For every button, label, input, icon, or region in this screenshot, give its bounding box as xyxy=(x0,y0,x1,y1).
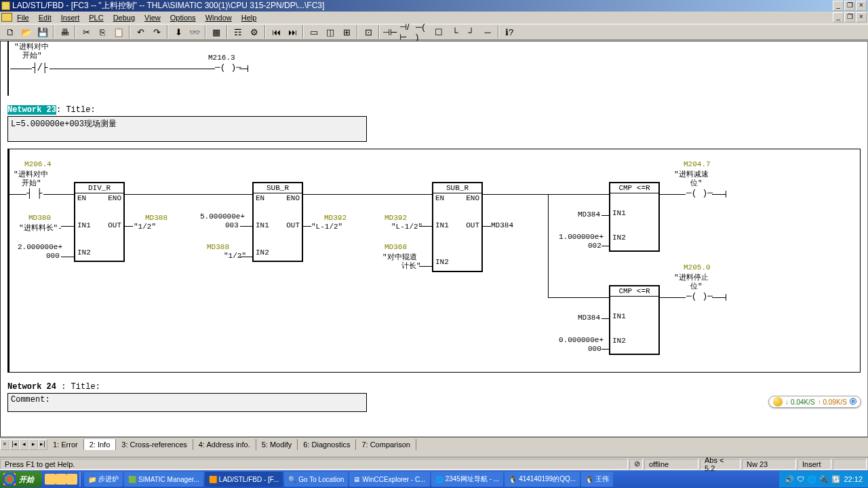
contact-no-icon[interactable]: ⊣⊢ xyxy=(382,25,397,39)
taskbar-item[interactable]: 🔍 Go To Location xyxy=(284,472,348,487)
network-comment[interactable]: L=5.000000e+003现场测量 xyxy=(7,116,367,142)
tool2-icon[interactable]: ☶ xyxy=(231,25,245,39)
menu-options[interactable]: Options xyxy=(165,12,201,23)
lastnet-icon[interactable]: ⏭ xyxy=(285,25,300,39)
menu-window[interactable]: Window xyxy=(201,12,237,23)
no-contact[interactable]: ┤ ├ xyxy=(26,188,41,199)
taskbar-item[interactable]: 📁 步进炉 xyxy=(84,472,123,487)
coil-2[interactable]: ─( )─ xyxy=(686,291,713,301)
cmp-block-1[interactable]: CMP <=R IN1 IN2 xyxy=(609,182,660,252)
mdi-close-button[interactable]: × xyxy=(856,12,867,22)
ql-icon-3[interactable] xyxy=(66,474,77,485)
start-button[interactable]: 开始 xyxy=(0,471,42,487)
open-icon[interactable]: 📂 xyxy=(19,25,34,39)
view3-icon[interactable]: ⊞ xyxy=(339,25,354,39)
taskbar-item[interactable]: 🐧 414140199的QQ... xyxy=(505,472,580,487)
tab-compare[interactable]: 7: Comparison xyxy=(356,439,416,450)
network-header: Network 23: Title: xyxy=(7,105,861,115)
menu-bar: File Edit Insert PLC Debug View Options … xyxy=(0,12,868,24)
system-tray[interactable]: 🔊 🛡 🌐 🔌 🔃 22:12 xyxy=(779,471,868,487)
tray-icon[interactable]: 🌐 xyxy=(807,475,816,484)
tabs-close-btn[interactable]: × xyxy=(0,439,9,450)
download-icon[interactable]: ⬇ xyxy=(171,25,186,39)
network-24-label[interactable]: Network 24 xyxy=(7,382,61,392)
view2-icon[interactable]: ◫ xyxy=(323,25,338,39)
maximize-button[interactable]: ❐ xyxy=(844,1,855,11)
const-label: 0.000000e+ xyxy=(559,336,604,344)
tab-modify[interactable]: 5: Modify xyxy=(256,439,298,450)
nc-contact[interactable]: ┤/├ xyxy=(32,62,47,73)
work-area[interactable]: "进料对中 开始" ┤/├ M216.3 ─( )─ Network 23: T… xyxy=(0,41,868,437)
menu-help[interactable]: Help xyxy=(237,12,262,23)
menu-insert[interactable]: Insert xyxy=(56,12,85,23)
menu-file[interactable]: File xyxy=(12,12,34,23)
tabs-last-btn[interactable]: ▸| xyxy=(38,439,47,450)
paste-icon[interactable]: 📋 xyxy=(111,25,126,39)
cut-icon[interactable]: ✂ xyxy=(79,25,94,39)
redo-icon[interactable]: ↷ xyxy=(149,25,164,39)
firstnet-icon[interactable]: ⏮ xyxy=(269,25,283,39)
coil[interactable]: ─( )─ xyxy=(215,62,241,73)
tabs-first-btn[interactable]: |◂ xyxy=(9,439,19,450)
const-label: 000 xyxy=(46,252,60,260)
minimize-button[interactable]: _ xyxy=(833,1,844,11)
new-icon[interactable]: 🗋 xyxy=(3,25,18,39)
copy-icon[interactable]: ⎘ xyxy=(95,25,110,39)
tab-addr[interactable]: 4: Address info. xyxy=(193,439,256,450)
print-icon[interactable]: 🖶 xyxy=(57,25,72,39)
tab-error[interactable]: 1: Error xyxy=(47,439,84,450)
tray-icon[interactable]: 🔊 xyxy=(785,475,794,484)
coil-1[interactable]: ─( )─ xyxy=(686,188,713,198)
tool3-icon[interactable]: ⚙ xyxy=(247,25,262,39)
coil1-sym: 位" xyxy=(690,178,703,188)
md388-sym: "1/2" xyxy=(224,252,246,260)
tray-icon[interactable]: 🛡 xyxy=(797,475,804,483)
md380-label: MD380 xyxy=(28,214,51,222)
tab-xref[interactable]: 3: Cross-references xyxy=(116,439,193,450)
tray-icon[interactable]: 🔌 xyxy=(819,475,829,484)
tabs-next-btn[interactable]: ▸ xyxy=(28,439,38,450)
tabs-prev-btn[interactable]: ◂ xyxy=(19,439,28,450)
menu-plc[interactable]: PLC xyxy=(84,12,108,23)
menu-edit[interactable]: Edit xyxy=(34,12,56,23)
net-monitor-widget: ↓ 0.04K/S ↑ 0.09K/S ⓔ xyxy=(768,396,861,408)
branch-open-icon[interactable]: └ xyxy=(448,25,462,39)
cmp-block-2[interactable]: CMP <=R IN1 IN2 xyxy=(609,285,660,355)
menu-debug[interactable]: Debug xyxy=(108,12,140,23)
clock[interactable]: 22:12 xyxy=(844,475,863,483)
div-r-block[interactable]: DIV_R ENENO IN1OUT IN2 xyxy=(74,182,125,262)
box-icon[interactable]: ☐ xyxy=(431,25,446,39)
network-24-comment[interactable]: Comment: xyxy=(7,393,367,412)
taskbar-item-active[interactable]: 🟧 LAD/STL/FBD - [F... xyxy=(205,472,283,487)
taskbar-item[interactable]: 🖥 WinCCExplorer - C... xyxy=(349,472,429,487)
md380-symbol: "进料料长"- xyxy=(19,223,62,233)
close-button[interactable]: × xyxy=(856,1,867,11)
network-23-label[interactable]: Network 23 xyxy=(7,105,56,115)
coil-icon[interactable]: ─( ) xyxy=(415,25,430,39)
tray-icon[interactable]: 🔃 xyxy=(831,475,841,484)
contact-nc-icon[interactable]: ⊣/⊢ xyxy=(399,25,414,39)
mdi-maximize-button[interactable]: ❐ xyxy=(844,12,855,22)
monitor-icon[interactable]: 👓 xyxy=(187,25,202,39)
sub-r-block-1[interactable]: SUB_R ENENO IN1OUT IN2 xyxy=(252,182,303,262)
menu-view[interactable]: View xyxy=(140,12,165,23)
ie-icon[interactable]: ⓔ xyxy=(850,397,856,407)
tool-icon[interactable]: ▦ xyxy=(209,25,224,39)
conn-icon[interactable]: ─ xyxy=(480,25,495,39)
branch-close-icon[interactable]: ┘ xyxy=(464,25,479,39)
const-label: 002 xyxy=(588,242,601,250)
tab-info[interactable]: 2: Info xyxy=(84,439,117,450)
sub-r-block-2[interactable]: SUB_R ENENO IN1OUT IN2 xyxy=(432,182,483,272)
taskbar-item[interactable]: 🟩 SIMATIC Manager... xyxy=(124,472,203,487)
ql-icon-1[interactable] xyxy=(45,474,56,485)
ql-icon-2[interactable] xyxy=(56,474,66,485)
taskbar-item[interactable]: 🌐 2345网址导航 - ... xyxy=(431,472,503,487)
save-icon[interactable]: 💾 xyxy=(35,25,50,39)
tab-diag[interactable]: 6: Diagnostics xyxy=(298,439,356,450)
mdi-minimize-button[interactable]: _ xyxy=(833,12,844,22)
help-icon[interactable]: ℹ? xyxy=(502,25,517,39)
taskbar-item[interactable]: 🐧 王伟 xyxy=(581,472,613,487)
catalog-icon[interactable]: ⊡ xyxy=(361,25,376,39)
view1-icon[interactable]: ▭ xyxy=(307,25,321,39)
undo-icon[interactable]: ↶ xyxy=(133,25,148,39)
